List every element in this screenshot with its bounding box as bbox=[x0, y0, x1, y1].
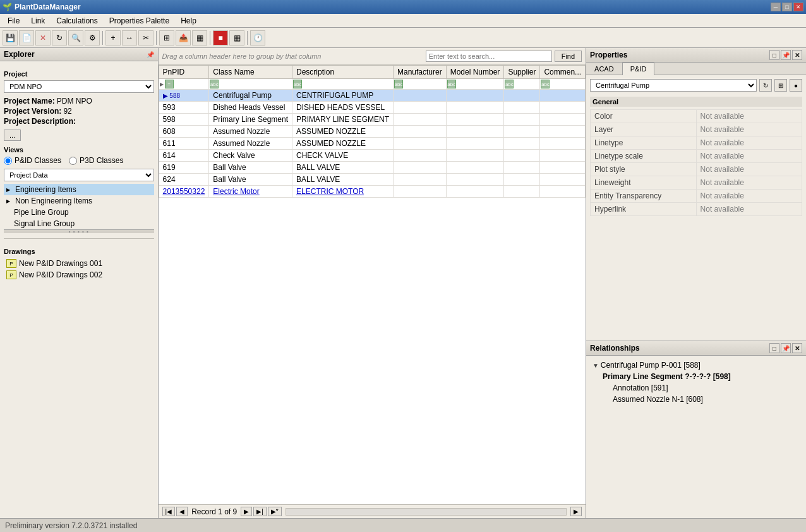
table-row[interactable]: 619Ball ValveBALL VALVE bbox=[159, 162, 586, 174]
rel-pin-button[interactable]: 📌 bbox=[781, 343, 791, 353]
filter-icon-pnpid[interactable]: = bbox=[165, 80, 174, 88]
drawing-item-2[interactable]: P New P&ID Drawings 002 bbox=[4, 269, 154, 281]
menu-link[interactable]: Link bbox=[26, 15, 50, 27]
tree-item-non-engineering-items[interactable]: ▶ Non Engineering Items bbox=[4, 195, 154, 207]
explorer-header: Explorer 📌 bbox=[0, 48, 158, 61]
rel-restore-button[interactable]: □ bbox=[769, 343, 779, 353]
tab-pid[interactable]: P&ID bbox=[622, 63, 655, 75]
radio-pid-input[interactable] bbox=[4, 157, 12, 165]
table-row[interactable]: ▶ 588Centrifugal PumpCENTRIFUGAL PUMP bbox=[159, 90, 586, 102]
rel-item-rel3[interactable]: Annotation [591] bbox=[590, 382, 802, 394]
nav-last-button[interactable]: ▶| bbox=[253, 507, 267, 516]
scissors-button[interactable]: ✂ bbox=[138, 30, 153, 45]
nav-first-button[interactable]: |◀ bbox=[162, 507, 176, 516]
cell-model bbox=[446, 162, 504, 174]
props-close-button[interactable]: ✕ bbox=[792, 50, 802, 60]
filter-icon-classname[interactable]: abc bbox=[210, 80, 219, 88]
save-button[interactable]: 💾 bbox=[3, 30, 18, 45]
menu-properties-palette[interactable]: Properties Palette bbox=[104, 15, 174, 27]
project-dropdown[interactable]: PDM NPO bbox=[4, 80, 154, 93]
menu-calculations[interactable]: Calculations bbox=[51, 15, 102, 27]
props-select-button[interactable]: ⊞ bbox=[774, 79, 787, 92]
col-header-mfr[interactable]: Manufacturer bbox=[393, 66, 446, 79]
scroll-track[interactable] bbox=[286, 508, 567, 516]
clock-button[interactable]: 🕐 bbox=[250, 30, 265, 45]
filter-icon-desc[interactable]: abc bbox=[293, 80, 302, 88]
minimize-button[interactable]: ─ bbox=[771, 3, 781, 11]
filter-icon-supplier[interactable]: abc bbox=[505, 80, 514, 88]
find-button[interactable]: 🔍 bbox=[68, 30, 83, 45]
maximize-button[interactable]: □ bbox=[782, 3, 792, 11]
props-pin-button[interactable]: 📌 bbox=[781, 50, 791, 60]
rel-item-rel2[interactable]: Primary Line Segment ?-?-?-? [598] bbox=[590, 371, 802, 382]
explorer-pin[interactable]: 📌 bbox=[147, 51, 154, 58]
resize-handle[interactable]: • • • • • bbox=[4, 229, 154, 233]
table-row[interactable]: 608Assumed NozzleASSUMED NOZZLE bbox=[159, 126, 586, 138]
tree-item-engineering-items[interactable]: ▶ Engineering Items bbox=[4, 184, 154, 195]
cell-model bbox=[446, 114, 504, 126]
nav-next-button[interactable]: ▶ bbox=[241, 507, 252, 516]
filter-icon-comment[interactable]: abc bbox=[541, 80, 550, 88]
rel-item-rel4[interactable]: Assumed Nozzle N-1 [608] bbox=[590, 394, 802, 405]
grid-button[interactable]: ⊞ bbox=[159, 30, 174, 45]
project-expand-button[interactable]: ... bbox=[4, 130, 21, 141]
scroll-right-button[interactable]: ▶ bbox=[570, 507, 582, 516]
col-header-comment[interactable]: Commen... bbox=[540, 66, 586, 79]
new-button[interactable]: 📄 bbox=[19, 30, 34, 45]
link-classname[interactable]: Electric Motor bbox=[213, 187, 259, 196]
window-controls[interactable]: ─ □ ✕ bbox=[771, 3, 803, 11]
props-restore-button[interactable]: □ bbox=[769, 50, 779, 60]
data-table: PnPID Class Name Description Manufacture… bbox=[159, 65, 586, 198]
cell-desc: PRIMARY LINE SEGMENT bbox=[292, 114, 394, 126]
filter-icon-model[interactable]: abc bbox=[447, 80, 456, 88]
nav-prev-button[interactable]: ◀ bbox=[176, 507, 188, 516]
col-header-classname[interactable]: Class Name bbox=[209, 66, 292, 79]
link-desc[interactable]: ELECTRIC MOTOR bbox=[296, 187, 364, 196]
refresh-button[interactable]: ↻ bbox=[52, 30, 67, 45]
col-header-model[interactable]: Model Number bbox=[446, 66, 504, 79]
find-button[interactable]: Find bbox=[555, 51, 582, 62]
table-row[interactable]: 598Primary Line SegmentPRIMARY LINE SEGM… bbox=[159, 114, 586, 126]
settings-button[interactable]: ⚙ bbox=[85, 30, 100, 45]
props-refresh-button[interactable]: ↻ bbox=[759, 79, 772, 92]
props-toggle-button[interactable]: ● bbox=[790, 79, 802, 92]
radio-p3d-input[interactable] bbox=[69, 157, 77, 165]
table-row[interactable]: 624Ball ValveBALL VALVE bbox=[159, 174, 586, 186]
rel-item-rel1[interactable]: ▼ Centrifugal Pump P-001 [588] bbox=[590, 360, 802, 371]
delete-button[interactable]: ✕ bbox=[35, 30, 51, 45]
tree-item-pipe-line-group[interactable]: Pipe Line Group bbox=[4, 207, 154, 218]
nav-new-button[interactable]: ▶* bbox=[268, 507, 282, 516]
search-input[interactable] bbox=[426, 51, 552, 62]
arrow-button[interactable]: ↔ bbox=[122, 30, 137, 45]
radio-p3d-classes[interactable]: P3D Classes bbox=[69, 156, 123, 165]
filter-icon-mfr[interactable]: abc bbox=[394, 80, 403, 88]
data-type-dropdown[interactable]: Project Data bbox=[4, 169, 154, 181]
cell-supplier bbox=[504, 174, 540, 186]
menu-help[interactable]: Help bbox=[176, 15, 202, 27]
table-row[interactable]: 614Check ValveCHECK VALVE bbox=[159, 150, 586, 162]
link-pnpid[interactable]: 2013550322 bbox=[163, 187, 205, 196]
toolbar-separator-4 bbox=[247, 31, 248, 45]
menu-file[interactable]: File bbox=[3, 15, 25, 27]
col-header-supplier[interactable]: Supplier bbox=[504, 66, 540, 79]
radio-pid-classes[interactable]: P&ID Classes bbox=[4, 156, 61, 165]
table-row[interactable]: 611Assumed NozzleASSUMED NOZZLE bbox=[159, 138, 586, 150]
rel-close-button[interactable]: ✕ bbox=[792, 343, 802, 353]
columns-button[interactable]: ▦ bbox=[229, 30, 244, 45]
col-header-pnpid[interactable]: PnPID bbox=[159, 66, 209, 79]
props-type-dropdown[interactable]: Centrifugal Pump bbox=[590, 79, 757, 92]
table-row[interactable]: 2013550322Electric MotorELECTRIC MOTOR bbox=[159, 186, 586, 198]
highlight-button[interactable]: ■ bbox=[213, 30, 228, 45]
tab-acad[interactable]: ACAD bbox=[586, 63, 622, 75]
export-button[interactable]: 📤 bbox=[176, 30, 191, 45]
tree-arrow-non-eng: ▶ bbox=[6, 198, 13, 204]
props-row: Entity TransparencyNot available bbox=[591, 190, 802, 203]
layout-button[interactable]: ▦ bbox=[192, 30, 207, 45]
table-row[interactable]: 593Dished Heads VesselDISHED HEADS VESSE… bbox=[159, 102, 586, 114]
close-button[interactable]: ✕ bbox=[793, 3, 803, 11]
col-header-desc[interactable]: Description bbox=[292, 66, 394, 79]
rel-label: Annotation [591] bbox=[613, 384, 668, 392]
tree-item-signal-line-group[interactable]: Signal Line Group bbox=[4, 218, 154, 229]
drawing-item-1[interactable]: P New P&ID Drawings 001 bbox=[4, 258, 154, 269]
add-button[interactable]: + bbox=[105, 30, 121, 45]
